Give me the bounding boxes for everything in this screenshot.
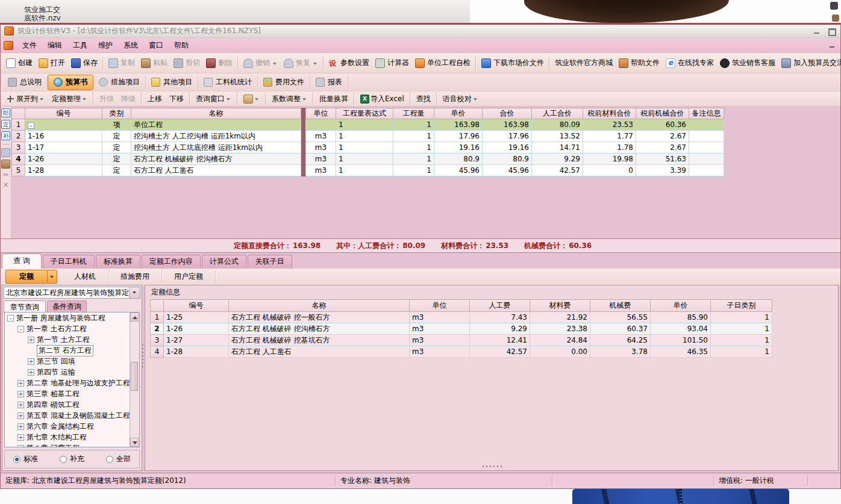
tab-labor-material-stats[interactable]: 工料机统计 <box>198 75 258 90</box>
col-code[interactable]: 编号 <box>164 300 229 312</box>
create-button[interactable]: 创建 <box>3 56 36 70</box>
menu-maintain[interactable]: 维护 <box>93 39 118 52</box>
voice-dropdown-arrow[interactable] <box>473 95 478 103</box>
quota-library-select[interactable]: 北京市建设工程房屋建筑与装饰预算定额 <box>4 287 140 299</box>
tab-general-notes[interactable]: 总说明 <box>2 75 48 90</box>
col-qty[interactable]: 工程量 <box>393 108 434 119</box>
menu-system[interactable]: 系统 <box>118 39 143 52</box>
expand-icon[interactable]: + <box>17 412 24 419</box>
tree-item[interactable]: +第八章 门窗工程 <box>5 443 139 447</box>
expand-icon[interactable]: + <box>17 391 24 397</box>
col-material-total[interactable]: 税前材料合价 <box>583 108 636 119</box>
budget-row-1[interactable]: 1 - 项 单位工程 1 1 163.98 163.98 80.09 23.53 <box>12 119 724 131</box>
rail-paste-icon[interactable] <box>1 160 10 169</box>
col-unit-price[interactable]: 单价 <box>434 108 483 119</box>
tab-fee-file[interactable]: 费用文件 <box>258 75 310 90</box>
splitter-grip[interactable] <box>481 465 502 468</box>
tree-item[interactable]: +第四章 砌筑工程 <box>5 399 139 410</box>
sales-service-button[interactable]: 筑业销售客服 <box>717 56 778 70</box>
redo-dropdown-arrow[interactable] <box>313 59 318 67</box>
calculator-button[interactable]: 计算器 <box>372 56 412 70</box>
user-quota-button[interactable]: 用户定额 <box>162 270 216 283</box>
paint-dropdown-arrow[interactable] <box>254 95 260 103</box>
official-store-button[interactable]: 筑业软件官方商城 <box>552 56 616 70</box>
self-check-button[interactable]: 单位工程自检 <box>412 56 474 70</box>
copy-button[interactable]: 复制 <box>105 56 138 70</box>
tree-item[interactable]: +第三节 回填 <box>5 356 139 367</box>
quota-info-row-3[interactable]: 3 1-27 石方工程 机械破碎 挖基坑石方 m3 12.41 24.84 64… <box>151 335 772 346</box>
download-market-price-button[interactable]: 下载市场价文件 <box>478 56 547 70</box>
quota-info-row-1[interactable]: 1 1-25 石方工程 机械破碎 挖一般石方 m3 7.43 21.92 56.… <box>151 312 772 323</box>
mdi-minimize-button[interactable] <box>828 42 837 49</box>
quota-info-row-2-selected[interactable]: 2 1-26 石方工程 机械破碎 挖沟槽石方 m3 9.29 23.38 60.… <box>151 323 772 335</box>
desktop-tray-icon-2[interactable] <box>832 14 839 22</box>
tab-measure-items[interactable]: 措施项目 <box>93 75 146 90</box>
expand-to-button[interactable]: 展开到 <box>4 93 48 105</box>
collapse-icon[interactable]: - <box>7 315 14 322</box>
organize-dropdown-arrow[interactable] <box>82 95 87 103</box>
tree-item[interactable]: +第一节 土方工程 <box>5 334 139 345</box>
radio-all[interactable]: 全部 <box>106 454 131 464</box>
collapse-icon[interactable]: - <box>28 122 34 129</box>
expand-icon[interactable]: + <box>17 423 24 430</box>
tab-calc-formula[interactable]: 计算公式 <box>202 255 246 269</box>
tab-report[interactable]: 报表 <box>310 75 348 90</box>
expand-icon[interactable]: + <box>28 358 34 365</box>
rail-copy-icon[interactable] <box>1 148 10 157</box>
expand-icon[interactable]: + <box>17 380 24 387</box>
rail-cut-icon[interactable]: ✂ <box>2 171 10 179</box>
open-button[interactable]: 打开 <box>36 56 68 70</box>
tree-item[interactable]: +第四节 运输 <box>5 367 139 378</box>
undo-button[interactable]: 撤销 <box>240 56 281 70</box>
measure-fee-button[interactable]: 措施费用 <box>108 270 162 283</box>
col-unit[interactable]: 单位 <box>410 300 470 312</box>
batch-convert-button[interactable]: 批量换算 <box>316 93 352 105</box>
coefficient-adjust-button[interactable]: 系数调整 <box>268 93 311 105</box>
tree-item[interactable]: +第七章 木结构工程 <box>5 432 139 443</box>
query-dropdown-arrow[interactable] <box>226 95 231 103</box>
expand-icon[interactable]: + <box>17 434 24 441</box>
move-down-button[interactable]: 下移 <box>166 93 187 105</box>
expand-icon[interactable]: + <box>28 369 34 376</box>
minimize-button[interactable] <box>811 27 822 36</box>
move-up-button[interactable]: 上移 <box>144 93 166 105</box>
tree-item-selected[interactable]: 第二节 石方工程 <box>5 345 139 356</box>
tree-item[interactable]: -第一章 土石方工程 <box>5 323 139 334</box>
save-button[interactable]: 保存 <box>68 56 101 70</box>
scroll-down-arrow[interactable] <box>130 438 139 447</box>
col-unit[interactable]: 单位 <box>306 108 336 119</box>
budget-row-5[interactable]: 5 1-28 定 石方工程 人工凿石 m3 1 1 45.96 45.96 42… <box>12 165 724 176</box>
tree-item[interactable]: +第六章 金属结构工程 <box>5 421 139 432</box>
scroll-up-arrow[interactable] <box>130 313 139 322</box>
tab-related-sub-items[interactable]: 关联子目 <box>248 255 292 269</box>
quota-info-row-4[interactable]: 4 1-28 石方工程 人工凿石 m3 42.57 0.00 3.78 46.3… <box>151 346 772 358</box>
budget-row-3[interactable]: 3 1-17 定 挖沟槽土方 人工坑底挖槽 运距1km以内 m3 1 1 19.… <box>12 142 724 154</box>
query-window-button[interactable]: 查询窗口 <box>192 93 235 105</box>
tab-budget-book[interactable]: 预算书 <box>48 75 93 90</box>
desktop-tray-icon[interactable] <box>830 2 838 10</box>
quota-organize-button[interactable]: 定额整理 <box>48 93 91 105</box>
col-material-fee[interactable]: 材料费 <box>530 300 590 312</box>
voice-proofread-button[interactable]: 语音校对 <box>439 93 482 105</box>
quota-source-dropdown[interactable] <box>48 270 57 284</box>
rail-quota-button[interactable]: 定 <box>1 120 10 129</box>
tree-item[interactable]: +第五章 混凝土及钢筋混凝土工程 <box>5 410 139 421</box>
collapse-icon[interactable]: - <box>17 326 24 332</box>
import-excel-button[interactable]: 导入Excel <box>357 93 408 105</box>
find-button[interactable]: 查找 <box>413 93 434 105</box>
format-painter-button[interactable] <box>240 93 263 105</box>
expand-icon[interactable]: + <box>17 445 24 448</box>
menu-help[interactable]: 帮助 <box>169 39 194 52</box>
labor-machine-button[interactable]: 人材机 <box>62 270 108 283</box>
parameter-settings-button[interactable]: 参数设置 <box>326 56 372 70</box>
tab-query[interactable]: 查 询 <box>2 254 42 269</box>
col-total-price[interactable]: 合价 <box>483 108 532 119</box>
scroll-thumb[interactable] <box>131 362 138 391</box>
tab-standard-conversion[interactable]: 标准换算 <box>96 255 140 269</box>
help-file-button[interactable]: 帮助文件 <box>616 56 663 70</box>
tree-item[interactable]: -第一册 房屋建筑与装饰工程 <box>5 313 139 323</box>
redo-button[interactable]: 恢复 <box>281 56 321 70</box>
tab-quota-work-content[interactable]: 定额工作内容 <box>142 255 201 269</box>
radio-supplement[interactable]: 补充 <box>60 454 84 464</box>
expand-icon[interactable]: + <box>28 337 34 343</box>
